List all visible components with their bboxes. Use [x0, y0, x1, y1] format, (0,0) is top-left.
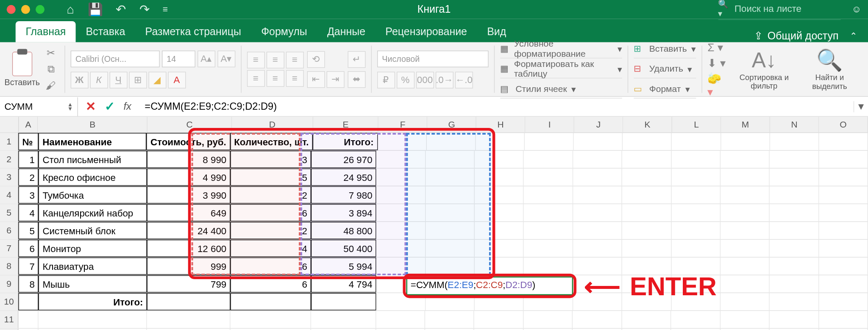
cell[interactable] [622, 169, 671, 186]
cell[interactable] [573, 186, 622, 204]
paste-button[interactable]: Вставить [5, 52, 40, 87]
minimize-window-button[interactable] [21, 5, 30, 14]
tab-page-layout[interactable]: Разметка страницы [135, 21, 251, 42]
tab-formulas[interactable]: Формулы [251, 21, 317, 42]
cell[interactable] [721, 240, 770, 257]
worksheet[interactable]: A B C D E F G H I J K L M N O 1 № Наимен… [0, 117, 868, 330]
col-G[interactable]: G [428, 117, 476, 133]
font-color-button[interactable]: A [168, 72, 186, 88]
autosum-button[interactable]: Σ ▾ [707, 40, 727, 54]
col-O[interactable]: O [819, 117, 868, 133]
select-all-corner[interactable] [0, 117, 19, 133]
cell[interactable] [721, 222, 770, 239]
cell[interactable] [524, 151, 573, 168]
cell[interactable] [311, 311, 376, 328]
search-input[interactable] [734, 3, 840, 14]
table-row[interactable]: 87Клавиатура99965 994 [0, 258, 868, 275]
cell[interactable] [819, 240, 868, 257]
cell[interactable] [721, 204, 770, 222]
cell[interactable] [770, 240, 819, 257]
col-A[interactable]: A [19, 117, 38, 133]
tab-view[interactable]: Вид [477, 21, 516, 42]
format-as-table-button[interactable]: ▦Форматировать как таблицу ▾ [500, 60, 622, 78]
cell[interactable] [622, 311, 671, 328]
cell[interactable]: 6 [230, 258, 311, 275]
tab-data[interactable]: Данные [317, 21, 375, 42]
cell[interactable]: Итого: [39, 293, 147, 311]
cell[interactable] [770, 133, 819, 150]
col-N[interactable]: N [770, 117, 819, 133]
cell[interactable] [475, 293, 524, 311]
row-header[interactable]: 6 [0, 222, 18, 239]
delete-cells-button[interactable]: ⊟Удалить ▾ [634, 60, 696, 78]
cell[interactable] [671, 311, 721, 328]
format-painter-button[interactable]: 🖌 [43, 79, 59, 93]
orientation-button[interactable]: ⟲ [307, 51, 325, 67]
row-header[interactable]: 3 [0, 169, 18, 186]
cell[interactable] [427, 133, 476, 150]
cell[interactable] [721, 275, 770, 293]
increase-indent-button[interactable]: ⇥ [326, 71, 344, 87]
cell[interactable] [523, 311, 573, 328]
cell[interactable] [721, 186, 770, 204]
decrease-font-button[interactable]: A▾ [217, 50, 235, 67]
cell[interactable] [525, 133, 574, 150]
cell[interactable]: Клавиатура [39, 258, 147, 275]
cell[interactable] [376, 311, 425, 328]
cell[interactable] [426, 258, 475, 275]
border-button[interactable]: ⊞ [129, 72, 147, 88]
increase-font-button[interactable]: A▴ [198, 50, 215, 67]
col-D[interactable]: D [232, 117, 313, 133]
cell[interactable] [18, 293, 39, 311]
cell[interactable]: 3 [18, 186, 39, 204]
cell[interactable] [622, 240, 671, 257]
cell[interactable]: 48 800 [311, 222, 376, 239]
col-K[interactable]: K [623, 117, 672, 133]
col-I[interactable]: I [525, 117, 574, 133]
cell[interactable]: 3 990 [147, 186, 231, 204]
close-window-button[interactable] [7, 5, 16, 14]
cell[interactable] [475, 204, 524, 222]
cell[interactable] [770, 222, 819, 239]
cell[interactable] [574, 133, 623, 150]
copy-button[interactable]: ⧉ [43, 63, 59, 76]
col-M[interactable]: M [721, 117, 770, 133]
accept-formula-button[interactable]: ✓ [105, 99, 115, 114]
table-row[interactable]: 65Системный блок24 400248 800 [0, 222, 868, 240]
table-row[interactable]: 11 [0, 311, 868, 329]
cell[interactable]: 2 [230, 222, 311, 239]
cell[interactable] [573, 169, 622, 186]
bold-button[interactable]: Ж [70, 72, 88, 88]
align-center-button[interactable]: ≡ [266, 70, 284, 86]
cell[interactable] [524, 293, 573, 311]
table-row[interactable]: 76Монитор12 600450 400 [0, 240, 868, 258]
cell[interactable] [475, 222, 524, 239]
row-header[interactable]: 9 [0, 275, 18, 293]
cell-styles-button[interactable]: ▤Стили ячеек ▾ [500, 80, 622, 98]
user-icon[interactable]: ☺ [851, 4, 861, 15]
cell[interactable] [475, 186, 524, 204]
cell[interactable] [721, 311, 770, 328]
table-row[interactable]: 21Стол письменный8 990326 970 [0, 151, 868, 169]
cell[interactable] [671, 204, 721, 222]
cell[interactable]: Наименование [39, 133, 147, 150]
tab-insert[interactable]: Вставка [76, 21, 135, 42]
cell[interactable] [524, 186, 573, 204]
cell[interactable] [671, 151, 721, 168]
cell[interactable]: 24 400 [147, 222, 231, 239]
col-J[interactable]: J [574, 117, 623, 133]
cell[interactable] [770, 258, 819, 275]
cell[interactable] [426, 151, 475, 168]
cell[interactable] [770, 204, 819, 222]
cell[interactable]: 26 970 [311, 151, 376, 168]
cell[interactable] [376, 258, 426, 275]
cell[interactable]: 4 990 [147, 169, 231, 186]
align-right-button[interactable]: ≡ [286, 70, 303, 86]
font-name-select[interactable]: Calibri (Осн... [70, 50, 159, 67]
share-button[interactable]: ⇪ Общий доступ ⌃ [754, 30, 857, 42]
cell[interactable]: Итого: [313, 133, 378, 150]
cell[interactable] [622, 222, 671, 239]
cell[interactable] [672, 133, 721, 150]
cell[interactable]: 3 [230, 151, 311, 168]
col-L[interactable]: L [672, 117, 721, 133]
